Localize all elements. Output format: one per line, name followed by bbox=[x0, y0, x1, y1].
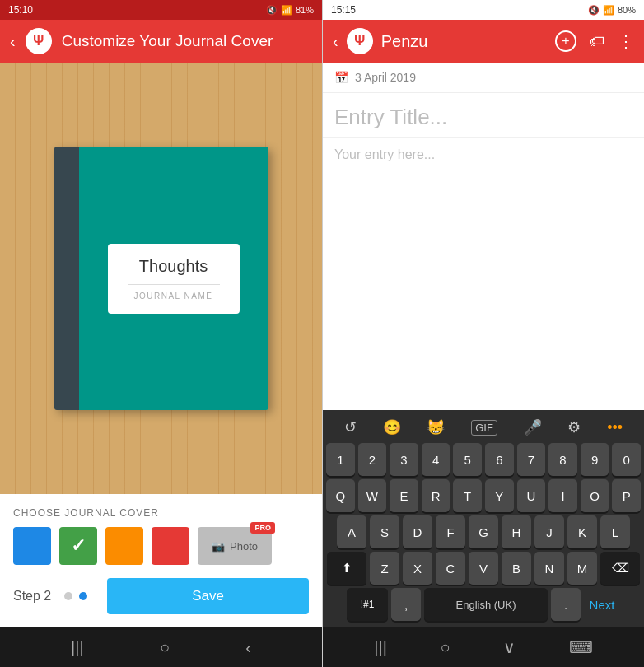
key-shift[interactable]: ⬆ bbox=[327, 552, 366, 585]
key-o[interactable]: O bbox=[581, 479, 609, 512]
left-mute-icon: 🔇 bbox=[266, 5, 278, 16]
right-time: 15:15 bbox=[331, 4, 356, 16]
color-swatch-red[interactable] bbox=[152, 527, 189, 565]
color-swatch-green[interactable] bbox=[59, 527, 97, 565]
key-0[interactable]: 0 bbox=[612, 443, 641, 476]
key-9[interactable]: 9 bbox=[581, 443, 609, 476]
key-a[interactable]: A bbox=[337, 515, 366, 548]
kb-asdf-row: A S D F G H J K L bbox=[326, 515, 641, 548]
color-options: 📷 Photo PRO bbox=[13, 527, 309, 565]
kb-qwerty-row: Q W E R T Y U I O P bbox=[326, 479, 641, 512]
key-period[interactable]: . bbox=[551, 588, 581, 621]
right-nav-bar: ||| ○ ∨ ⌨ bbox=[323, 627, 644, 667]
left-battery: 81% bbox=[296, 5, 314, 15]
left-time: 15:10 bbox=[8, 4, 33, 16]
kb-icon-undo[interactable]: ↺ bbox=[344, 418, 357, 436]
right-nav-home[interactable]: ○ bbox=[440, 638, 450, 657]
left-nav-menu[interactable]: ||| bbox=[71, 638, 84, 657]
kb-icon-mic[interactable]: 🎤 bbox=[524, 418, 542, 436]
right-logo: Ψ bbox=[347, 28, 373, 54]
kb-icon-settings[interactable]: ⚙ bbox=[567, 418, 581, 436]
left-phone: 15:10 🔇 📶 81% ‹ Ψ Customize Your Journal… bbox=[0, 0, 322, 667]
right-nav-keyboard[interactable]: ⌨ bbox=[569, 637, 593, 657]
photo-label: Photo bbox=[230, 540, 258, 553]
key-g[interactable]: G bbox=[469, 515, 498, 548]
key-c[interactable]: C bbox=[436, 552, 465, 585]
kb-icon-more[interactable]: ••• bbox=[607, 419, 623, 436]
key-k[interactable]: K bbox=[567, 515, 597, 548]
key-v[interactable]: V bbox=[469, 552, 498, 585]
key-w[interactable]: W bbox=[358, 479, 387, 512]
save-button[interactable]: Save bbox=[107, 578, 309, 614]
key-j[interactable]: J bbox=[534, 515, 564, 548]
color-swatch-blue[interactable] bbox=[13, 527, 51, 565]
key-u[interactable]: U bbox=[517, 479, 546, 512]
right-nav-menu[interactable]: ||| bbox=[374, 638, 387, 657]
key-q[interactable]: Q bbox=[326, 479, 355, 512]
tag-icon[interactable]: 🏷 bbox=[590, 33, 604, 50]
kb-icon-sticker[interactable]: 😸 bbox=[427, 418, 445, 436]
key-b[interactable]: B bbox=[502, 552, 531, 585]
key-4[interactable]: 4 bbox=[422, 443, 450, 476]
right-wifi-icon: 📶 bbox=[603, 5, 614, 16]
pro-badge: PRO bbox=[250, 522, 275, 534]
right-status-icons: 🔇 📶 80% bbox=[588, 5, 636, 16]
key-5[interactable]: 5 bbox=[453, 443, 482, 476]
photo-button[interactable]: 📷 Photo PRO bbox=[198, 527, 272, 565]
key-6[interactable]: 6 bbox=[485, 443, 514, 476]
top-bar-icons: + 🏷 ⋮ bbox=[555, 30, 634, 52]
key-f[interactable]: F bbox=[436, 515, 465, 548]
keyboard: ↺ 😊 😸 GIF 🎤 ⚙ ••• 1 2 3 4 5 6 7 8 9 0 Q … bbox=[323, 410, 644, 627]
left-logo: Ψ bbox=[26, 28, 52, 54]
key-x[interactable]: X bbox=[403, 552, 432, 585]
key-s[interactable]: S bbox=[370, 515, 399, 548]
choose-label: CHOOSE JOURNAL COVER bbox=[13, 507, 309, 519]
key-n[interactable]: N bbox=[534, 552, 564, 585]
key-z[interactable]: Z bbox=[370, 552, 399, 585]
date-text: 3 April 2019 bbox=[355, 71, 416, 84]
right-battery: 80% bbox=[618, 5, 636, 15]
key-next[interactable]: Next bbox=[584, 588, 620, 621]
key-2[interactable]: 2 bbox=[358, 443, 387, 476]
left-nav-home[interactable]: ○ bbox=[160, 638, 170, 657]
key-d[interactable]: D bbox=[403, 515, 432, 548]
key-8[interactable]: 8 bbox=[548, 443, 577, 476]
kb-icon-gif[interactable]: GIF bbox=[471, 420, 497, 436]
left-back-button[interactable]: ‹ bbox=[10, 32, 16, 51]
left-nav-back[interactable]: ‹ bbox=[245, 638, 251, 657]
journal-preview-area: Thoughts JOURNAL NAME bbox=[0, 63, 322, 494]
add-button[interactable]: + bbox=[555, 30, 576, 52]
color-swatch-orange[interactable] bbox=[105, 527, 143, 565]
key-sym[interactable]: !#1 bbox=[347, 588, 388, 621]
key-space[interactable]: English (UK) bbox=[424, 588, 548, 621]
key-y[interactable]: Y bbox=[485, 479, 514, 512]
journal-book: Thoughts JOURNAL NAME bbox=[54, 147, 268, 410]
key-m[interactable]: M bbox=[567, 552, 597, 585]
right-status-bar: 15:15 🔇 📶 80% bbox=[323, 0, 644, 20]
entry-body[interactable]: Your entry here... bbox=[323, 138, 644, 410]
key-l[interactable]: L bbox=[600, 515, 630, 548]
right-nav-down[interactable]: ∨ bbox=[503, 637, 516, 657]
key-p[interactable]: P bbox=[612, 479, 641, 512]
more-icon[interactable]: ⋮ bbox=[618, 31, 634, 51]
left-top-bar: ‹ Ψ Customize Your Journal Cover bbox=[0, 20, 322, 63]
key-backspace[interactable]: ⌫ bbox=[600, 552, 640, 585]
key-h[interactable]: H bbox=[502, 515, 531, 548]
key-t[interactable]: T bbox=[453, 479, 482, 512]
key-1[interactable]: 1 bbox=[326, 443, 355, 476]
step-dots bbox=[64, 592, 87, 600]
entry-title[interactable]: Entry Title... bbox=[323, 93, 644, 138]
kb-icon-emoji[interactable]: 😊 bbox=[383, 418, 401, 436]
dot-2 bbox=[79, 592, 87, 600]
step-label: Step 2 bbox=[13, 589, 51, 604]
step-bar: Step 2 Save bbox=[13, 578, 309, 614]
key-7[interactable]: 7 bbox=[517, 443, 546, 476]
key-r[interactable]: R bbox=[422, 479, 450, 512]
key-i[interactable]: I bbox=[548, 479, 577, 512]
right-back-button[interactable]: ‹ bbox=[333, 32, 338, 51]
key-comma[interactable]: , bbox=[391, 588, 421, 621]
key-3[interactable]: 3 bbox=[390, 443, 418, 476]
journal-cover: Thoughts JOURNAL NAME bbox=[79, 147, 268, 410]
left-status-bar: 15:10 🔇 📶 81% bbox=[0, 0, 322, 20]
key-e[interactable]: E bbox=[390, 479, 418, 512]
